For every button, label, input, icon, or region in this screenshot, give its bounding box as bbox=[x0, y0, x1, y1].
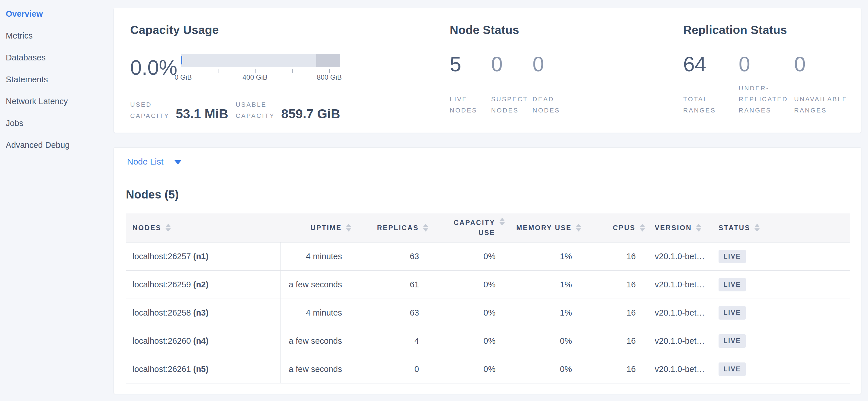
capacity-percent-value: 0.0% bbox=[130, 57, 181, 78]
sort-icon bbox=[423, 224, 428, 232]
suspect-nodes-label: SUSPECT NODES bbox=[491, 94, 533, 116]
capacity-axis-ticks bbox=[181, 67, 340, 74]
node-status-panel: Node Status 5 LIVE NODES 0 SUSPECT NODES… bbox=[450, 24, 683, 133]
uptime-cell: a few seconds bbox=[280, 355, 353, 383]
unavailable-ranges-stat: 0 UNAVAILABLE RANGES bbox=[794, 54, 849, 116]
under-replicated-ranges-stat: 0 UNDER- REPLICATED RANGES bbox=[739, 54, 794, 116]
sidebar-item-advanced-debug[interactable]: Advanced Debug bbox=[6, 134, 107, 156]
capacity-usage-panel: Capacity Usage 0.0% bbox=[130, 24, 450, 133]
column-header-replicas[interactable]: REPLICAS bbox=[353, 213, 430, 242]
table-row[interactable]: localhost:26258 (n3) 4 minutes 63 0% 1% … bbox=[126, 298, 850, 327]
sort-icon bbox=[754, 224, 760, 232]
uptime-cell: a few seconds bbox=[280, 327, 353, 355]
node-address-cell: localhost:26259 (n2) bbox=[126, 270, 280, 298]
dead-nodes-label: DEAD NODES bbox=[533, 94, 574, 116]
axis-label-800: 800 GiB bbox=[317, 74, 342, 81]
cpus-cell: 16 bbox=[583, 327, 647, 355]
capacity-bar-chart: 0 GiB 400 GiB 800 GiB bbox=[181, 54, 340, 81]
sidebar-item-network-latency[interactable]: Network Latency bbox=[6, 90, 107, 112]
sort-icon bbox=[696, 224, 701, 232]
usable-capacity-label: USABLE CAPACITY bbox=[236, 99, 275, 121]
column-header-cpus[interactable]: CPUS bbox=[583, 213, 647, 242]
node-list-dropdown-label: Node List bbox=[127, 157, 163, 167]
unavailable-ranges-value: 0 bbox=[794, 54, 849, 75]
nodes-table: NODES UPTIME REPLICAS CAPACITY USE bbox=[126, 213, 850, 383]
capacity-use-cell: 0% bbox=[430, 327, 506, 355]
column-header-version[interactable]: VERSION bbox=[647, 213, 711, 242]
total-ranges-label: TOTAL RANGES bbox=[683, 94, 739, 116]
status-cell: LIVE bbox=[711, 242, 850, 270]
sidebar-item-overview[interactable]: Overview bbox=[6, 3, 107, 25]
status-badge: LIVE bbox=[718, 278, 746, 291]
table-row[interactable]: localhost:26259 (n2) a few seconds 61 0%… bbox=[126, 270, 850, 298]
status-cell: LIVE bbox=[711, 270, 850, 298]
column-header-uptime[interactable]: UPTIME bbox=[280, 213, 353, 242]
column-header-nodes[interactable]: NODES bbox=[126, 213, 280, 242]
cpus-cell: 16 bbox=[583, 355, 647, 383]
memory-use-cell: 1% bbox=[506, 298, 583, 327]
replication-status-panel: Replication Status 64 TOTAL RANGES 0 UND… bbox=[683, 24, 849, 133]
capacity-stats: USED CAPACITY 53.1 MiB USABLE CAPACITY 8… bbox=[130, 99, 450, 121]
column-header-capacity-use[interactable]: CAPACITY USE bbox=[430, 213, 506, 242]
node-list-dropdown[interactable]: Node List bbox=[127, 157, 181, 167]
used-capacity-value: 53.1 MiB bbox=[176, 107, 228, 120]
sort-icon bbox=[499, 218, 505, 226]
uptime-cell: 4 minutes bbox=[280, 242, 353, 270]
dead-nodes-stat: 0 DEAD NODES bbox=[533, 54, 574, 116]
suspect-nodes-stat: 0 SUSPECT NODES bbox=[491, 54, 533, 116]
table-row[interactable]: localhost:26261 (n5) a few seconds 0 0% … bbox=[126, 355, 850, 383]
under-replicated-ranges-value: 0 bbox=[739, 54, 794, 75]
sidebar-item-metrics[interactable]: Metrics bbox=[6, 25, 107, 47]
replication-status-title: Replication Status bbox=[683, 24, 849, 36]
capacity-bar bbox=[181, 54, 340, 67]
nodes-heading: Nodes (5) bbox=[126, 189, 849, 200]
sidebar-item-jobs[interactable]: Jobs bbox=[6, 112, 107, 134]
replicas-cell: 63 bbox=[353, 298, 430, 327]
cluster-summary-card: Capacity Usage 0.0% bbox=[114, 8, 861, 133]
total-ranges-stat: 64 TOTAL RANGES bbox=[683, 54, 739, 116]
capacity-bar-reserved-segment bbox=[316, 54, 340, 67]
node-list-card: Node List Nodes (5) NODES bbox=[114, 147, 861, 394]
node-address-cell: localhost:26257 (n1) bbox=[126, 242, 280, 270]
unavailable-ranges-label: UNAVAILABLE RANGES bbox=[794, 94, 849, 116]
version-cell: v20.1.0-bet… bbox=[647, 242, 711, 270]
main-content: Capacity Usage 0.0% bbox=[114, 8, 861, 394]
version-cell: v20.1.0-bet… bbox=[647, 327, 711, 355]
usable-capacity-value: 859.7 GiB bbox=[281, 107, 340, 120]
replicas-cell: 4 bbox=[353, 327, 430, 355]
live-nodes-label: LIVE NODES bbox=[450, 94, 491, 116]
capacity-use-cell: 0% bbox=[430, 355, 506, 383]
cpus-cell: 16 bbox=[583, 242, 647, 270]
memory-use-cell: 1% bbox=[506, 242, 583, 270]
status-badge: LIVE bbox=[718, 306, 746, 320]
node-address-cell: localhost:26261 (n5) bbox=[126, 355, 280, 383]
uptime-cell: a few seconds bbox=[280, 270, 353, 298]
memory-use-cell: 1% bbox=[506, 270, 583, 298]
column-header-status[interactable]: STATUS bbox=[711, 213, 850, 242]
version-cell: v20.1.0-bet… bbox=[647, 355, 711, 383]
status-cell: LIVE bbox=[711, 327, 850, 355]
capacity-axis-labels: 0 GiB 400 GiB 800 GiB bbox=[181, 74, 340, 81]
status-cell: LIVE bbox=[711, 355, 850, 383]
used-capacity-label: USED CAPACITY bbox=[130, 99, 169, 121]
cpus-cell: 16 bbox=[583, 298, 647, 327]
sidebar-item-databases[interactable]: Databases bbox=[6, 47, 107, 68]
memory-use-cell: 0% bbox=[506, 327, 583, 355]
total-ranges-value: 64 bbox=[683, 54, 739, 75]
column-header-memory-use[interactable]: MEMORY USE bbox=[506, 213, 583, 242]
table-header-row: NODES UPTIME REPLICAS CAPACITY USE bbox=[126, 213, 850, 242]
table-row[interactable]: localhost:26257 (n1) 4 minutes 63 0% 1% … bbox=[126, 242, 850, 270]
sidebar-item-statements[interactable]: Statements bbox=[6, 68, 107, 90]
node-address-cell: localhost:26260 (n4) bbox=[126, 327, 280, 355]
axis-label-400: 400 GiB bbox=[243, 74, 268, 81]
axis-label-0: 0 GiB bbox=[175, 74, 192, 81]
version-cell: v20.1.0-bet… bbox=[647, 270, 711, 298]
replicas-cell: 61 bbox=[353, 270, 430, 298]
uptime-cell: 4 minutes bbox=[280, 298, 353, 327]
table-row[interactable]: localhost:26260 (n4) a few seconds 4 0% … bbox=[126, 327, 850, 355]
nodes-table-body: localhost:26257 (n1) 4 minutes 63 0% 1% … bbox=[126, 242, 850, 383]
status-badge: LIVE bbox=[718, 334, 746, 348]
status-badge: LIVE bbox=[718, 363, 746, 376]
capacity-use-cell: 0% bbox=[430, 298, 506, 327]
live-nodes-value: 5 bbox=[450, 54, 491, 75]
